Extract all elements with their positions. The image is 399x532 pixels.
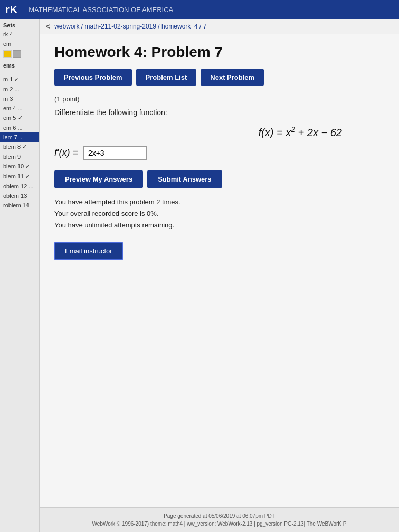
- main-layout: Sets rk 4 em ems m 1 ✓ m 2 ... m 3 em 4 …: [0, 19, 399, 532]
- action-buttons-group: Preview My Answers Submit Answers: [54, 170, 384, 188]
- sidebar-item-5[interactable]: em 6 ...: [0, 123, 39, 132]
- sidebar-section-sets: Sets: [0, 19, 39, 30]
- top-bar-title: MATHEMATICAL ASSOCIATION OF AMERICA: [28, 6, 173, 14]
- attempt-line1: You have attempted this problem 2 times.: [54, 196, 384, 208]
- page-title: Homework 4: Problem 7: [54, 44, 384, 61]
- sidebar-item-0[interactable]: m 1 ✓: [0, 74, 39, 84]
- points-label: (1 point): [54, 95, 384, 103]
- attempt-line2: Your overall recorded score is 0%.: [54, 208, 384, 220]
- email-instructor-button[interactable]: Email instructor: [54, 242, 123, 260]
- preview-answers-button[interactable]: Preview My Answers: [54, 170, 143, 188]
- sidebar-item-hw4[interactable]: rk 4: [0, 30, 39, 39]
- sidebar-item-8[interactable]: blem 9: [0, 152, 39, 162]
- problem-list-button[interactable]: Problem List: [136, 69, 197, 86]
- previous-problem-button[interactable]: Previous Problem: [54, 69, 132, 86]
- sidebar-item-1[interactable]: m 2 ...: [0, 84, 39, 94]
- sidebar-item-4[interactable]: em 5 ✓: [0, 113, 39, 123]
- sidebar-item-12[interactable]: oblem 13: [0, 191, 39, 201]
- logo: rK: [5, 4, 18, 16]
- sidebar-divider: [0, 72, 39, 72]
- problem-description: Differentiate the following function:: [54, 108, 384, 117]
- answer-label: f′(x) =: [54, 147, 78, 158]
- sidebar-item-11[interactable]: oblem 12 ...: [0, 182, 39, 191]
- breadcrumb-back-button[interactable]: <: [46, 22, 50, 31]
- footer-line2: WebWork © 1996-2017) theme: math4 | ww_v…: [45, 520, 394, 528]
- sidebar: Sets rk 4 em ems m 1 ✓ m 2 ... m 3 em 4 …: [0, 19, 40, 532]
- attempt-line3: You have unlimited attempts remaining.: [54, 220, 384, 231]
- answer-input[interactable]: [83, 146, 147, 160]
- next-problem-button[interactable]: Next Problem: [201, 69, 264, 86]
- sidebar-item-em[interactable]: em: [0, 39, 39, 49]
- sidebar-item-3[interactable]: em 4 ...: [0, 103, 39, 113]
- submit-answers-button[interactable]: Submit Answers: [147, 170, 222, 188]
- gray-indicator: [13, 50, 21, 58]
- main-content: < webwork / math-211-02-spring-2019 / ho…: [40, 19, 399, 532]
- footer-line1: Page generated at 05/06/2019 at 06:07pm …: [45, 512, 394, 520]
- page-footer: Page generated at 05/06/2019 at 06:07pm …: [40, 507, 399, 532]
- page-content: Homework 4: Problem 7 Previous Problem P…: [40, 34, 399, 507]
- yellow-indicator: [3, 50, 12, 58]
- sidebar-item-6[interactable]: lem 7 ...: [0, 132, 39, 142]
- nav-buttons-group: Previous Problem Problem List Next Probl…: [54, 69, 384, 86]
- attempt-info: You have attempted this problem 2 times.…: [54, 196, 384, 231]
- breadcrumb-path: webwork / math-211-02-spring-2019 / home…: [54, 23, 206, 30]
- sidebar-item-7[interactable]: blem 8 ✓: [0, 142, 39, 152]
- sidebar-item-9[interactable]: blem 10 ✓: [0, 162, 39, 172]
- answer-row: f′(x) =: [54, 146, 384, 160]
- top-bar: rK MATHEMATICAL ASSOCIATION OF AMERICA: [0, 0, 399, 19]
- sidebar-item-2[interactable]: m 3: [0, 94, 39, 103]
- sidebar-item-ngs[interactable]: [0, 49, 39, 59]
- sidebar-item-13[interactable]: roblem 14: [0, 201, 39, 210]
- sidebar-item-10[interactable]: blem 11 ✓: [0, 172, 39, 182]
- breadcrumb-bar: < webwork / math-211-02-spring-2019 / ho…: [40, 19, 399, 34]
- function-display: f(x) = x2 + 2x − 62: [54, 125, 342, 139]
- sidebar-section-ems: ems: [0, 59, 39, 70]
